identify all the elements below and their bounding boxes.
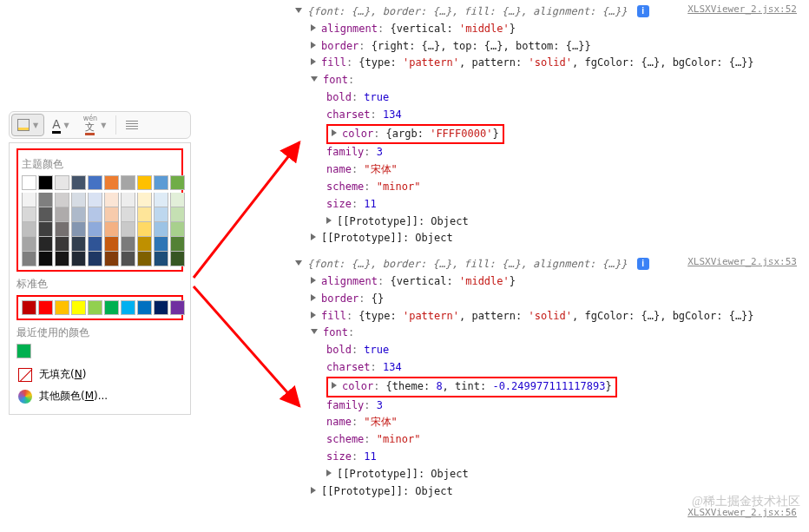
- expand-toggle-icon[interactable]: [326, 217, 332, 224]
- tree-row[interactable]: [[Prototype]]: Object: [276, 230, 802, 247]
- font-color-button[interactable]: A ▼: [46, 114, 76, 136]
- tree-row[interactable]: charset: 134: [276, 359, 802, 377]
- tree-row[interactable]: scheme: "minor": [276, 179, 802, 196]
- color-swatch[interactable]: [154, 300, 168, 315]
- color-swatch[interactable]: [16, 344, 31, 358]
- color-swatch[interactable]: [121, 252, 135, 266]
- tree-row[interactable]: name: "宋体": [276, 414, 802, 431]
- color-swatch[interactable]: [137, 252, 152, 266]
- color-swatch[interactable]: [71, 237, 86, 252]
- expand-toggle-icon[interactable]: [332, 129, 337, 136]
- tree-row[interactable]: family: 3: [276, 397, 802, 415]
- expand-toggle-icon[interactable]: [311, 329, 318, 334]
- expand-toggle-icon[interactable]: [295, 260, 302, 266]
- tree-row[interactable]: alignment: {vertical: 'middle'}: [276, 273, 802, 291]
- tree-row[interactable]: name: "宋体": [276, 161, 802, 179]
- color-swatch[interactable]: [38, 193, 53, 207]
- color-swatch[interactable]: [22, 193, 36, 207]
- color-swatch[interactable]: [38, 300, 53, 315]
- color-swatch[interactable]: [137, 207, 152, 222]
- color-swatch[interactable]: [88, 300, 102, 315]
- tree-row[interactable]: alignment: {vertical: 'middle'}: [276, 21, 802, 38]
- color-swatch[interactable]: [121, 175, 135, 190]
- color-swatch[interactable]: [22, 222, 36, 237]
- info-icon[interactable]: i: [637, 258, 649, 270]
- color-swatch[interactable]: [137, 175, 152, 190]
- color-swatch[interactable]: [154, 252, 168, 266]
- expand-toggle-icon[interactable]: [311, 76, 318, 82]
- color-swatch[interactable]: [88, 252, 102, 266]
- tree-row[interactable]: [[Prototype]]: Object: [276, 213, 802, 231]
- color-swatch[interactable]: [55, 222, 69, 237]
- color-swatch[interactable]: [55, 193, 69, 207]
- color-swatch[interactable]: [154, 175, 168, 190]
- source-link[interactable]: XLSXViewer_2.jsx:53: [687, 256, 797, 267]
- tree-row[interactable]: fill: {type: 'pattern', pattern: 'solid'…: [276, 55, 802, 72]
- expand-toggle-icon[interactable]: [311, 58, 316, 65]
- color-swatch[interactable]: [38, 175, 53, 190]
- color-swatch[interactable]: [170, 207, 185, 222]
- color-swatch[interactable]: [38, 237, 53, 252]
- color-swatch[interactable]: [71, 193, 86, 207]
- color-swatch[interactable]: [121, 300, 135, 315]
- expand-toggle-icon[interactable]: [326, 470, 332, 476]
- color-swatch[interactable]: [154, 237, 168, 252]
- tree-row-color[interactable]: color: {theme: 8, tint: -0.2499771111178…: [276, 377, 802, 397]
- color-swatch[interactable]: [170, 193, 185, 207]
- tree-row[interactable]: size: 11: [276, 449, 802, 466]
- tree-row[interactable]: font:: [276, 325, 802, 342]
- tree-row-color[interactable]: color: {argb: 'FFFF0000'}: [276, 124, 802, 145]
- tree-row[interactable]: scheme: "minor": [276, 431, 802, 449]
- color-swatch[interactable]: [154, 193, 168, 207]
- tree-row[interactable]: fill: {type: 'pattern', pattern: 'solid'…: [276, 308, 802, 325]
- tree-row[interactable]: bold: true: [276, 89, 802, 107]
- source-link[interactable]: XLSXViewer_2.jsx:52: [687, 3, 797, 15]
- expand-toggle-icon[interactable]: [311, 24, 316, 31]
- color-swatch[interactable]: [38, 207, 53, 222]
- color-swatch[interactable]: [104, 193, 119, 207]
- align-button[interactable]: [120, 114, 144, 136]
- color-swatch[interactable]: [55, 207, 69, 222]
- color-swatch[interactable]: [170, 175, 185, 190]
- color-swatch[interactable]: [121, 193, 135, 207]
- color-swatch[interactable]: [71, 207, 86, 222]
- color-swatch[interactable]: [55, 252, 69, 266]
- color-swatch[interactable]: [104, 237, 119, 252]
- tree-row[interactable]: font:: [276, 72, 802, 89]
- fill-color-button[interactable]: ▼: [11, 114, 44, 136]
- color-swatch[interactable]: [170, 300, 185, 315]
- tree-row[interactable]: family: 3: [276, 144, 802, 161]
- expand-toggle-icon[interactable]: [311, 294, 316, 301]
- tree-row[interactable]: size: 11: [276, 196, 802, 213]
- color-swatch[interactable]: [137, 237, 152, 252]
- tree-row[interactable]: border: {}: [276, 291, 802, 308]
- expand-toggle-icon[interactable]: [311, 233, 316, 240]
- expand-toggle-icon[interactable]: [311, 42, 316, 49]
- more-colors-item[interactable]: 其他颜色(M)...: [16, 385, 183, 407]
- color-swatch[interactable]: [104, 300, 119, 315]
- expand-toggle-icon[interactable]: [311, 312, 316, 319]
- color-swatch[interactable]: [88, 175, 102, 190]
- color-swatch[interactable]: [104, 207, 119, 222]
- color-swatch[interactable]: [104, 252, 119, 266]
- color-swatch[interactable]: [55, 300, 69, 315]
- color-swatch[interactable]: [104, 222, 119, 237]
- tree-row[interactable]: bold: true: [276, 342, 802, 359]
- tree-row[interactable]: border: {right: {…}, top: {…}, bottom: {…: [276, 38, 802, 56]
- color-swatch[interactable]: [88, 193, 102, 207]
- color-swatch[interactable]: [71, 300, 86, 315]
- color-swatch[interactable]: [154, 222, 168, 237]
- color-swatch[interactable]: [55, 175, 69, 190]
- info-icon[interactable]: i: [637, 5, 649, 17]
- expand-toggle-icon[interactable]: [311, 277, 316, 284]
- color-swatch[interactable]: [22, 237, 36, 252]
- color-swatch[interactable]: [55, 237, 69, 252]
- color-swatch[interactable]: [71, 222, 86, 237]
- color-swatch[interactable]: [170, 222, 185, 237]
- tree-row[interactable]: [[Prototype]]: Object: [276, 466, 802, 483]
- color-swatch[interactable]: [38, 222, 53, 237]
- expand-toggle-icon[interactable]: [332, 382, 337, 389]
- expand-toggle-icon[interactable]: [295, 8, 302, 13]
- color-swatch[interactable]: [22, 300, 36, 315]
- color-swatch[interactable]: [121, 237, 135, 252]
